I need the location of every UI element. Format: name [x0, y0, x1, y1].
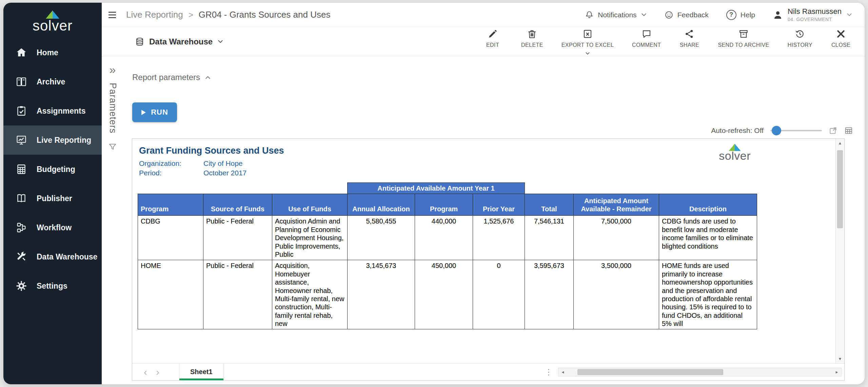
popout-icon[interactable] — [829, 126, 837, 135]
history-icon — [795, 28, 805, 39]
live-reporting-icon — [15, 134, 28, 147]
app-window: solver Home Archive — [3, 3, 865, 384]
comment-button[interactable]: COMMENT — [632, 28, 661, 48]
share-icon — [684, 28, 694, 39]
period-label: Period: — [139, 169, 203, 177]
help-button[interactable]: ? Help — [726, 10, 755, 20]
expand-panel-icon[interactable]: » — [110, 64, 116, 75]
scroll-down-icon[interactable]: ▼ — [836, 354, 844, 363]
report-canvas: Grant Funding Sources and Uses Organizat… — [132, 139, 835, 363]
cell-use-of-funds: Acquisition, Homebuyer assistance, Homeo… — [272, 260, 348, 329]
archive-icon — [15, 75, 28, 88]
cell-source-of-funds: Public - Federal — [203, 216, 272, 260]
feedback-button[interactable]: Feedback — [665, 11, 709, 19]
hamburger-menu-icon[interactable] — [108, 11, 117, 19]
column-header: Source of Funds — [203, 194, 272, 216]
auto-refresh-control: Auto-refresh: Off — [711, 125, 853, 136]
toolbar-actions: EDIT DELETE — [482, 28, 851, 55]
sidebar-item-budgeting[interactable]: Budgeting — [3, 155, 102, 184]
settings-icon — [15, 279, 28, 292]
cell-program-amount: 440,000 — [415, 216, 473, 260]
chevron-down-icon — [641, 13, 647, 17]
cell-total: 7,546,131 — [525, 216, 574, 260]
solver-report-logo: solver — [719, 143, 751, 162]
cell-program: CDBG — [138, 216, 203, 260]
cell-program: HOME — [138, 260, 203, 329]
database-icon — [135, 37, 144, 46]
edit-button[interactable]: EDIT — [482, 28, 503, 48]
delete-button[interactable]: DELETE — [521, 28, 543, 48]
cell-description: CDBG funds are used to benefit low and m… — [659, 216, 757, 260]
tab-sheet1[interactable]: Sheet1 — [179, 364, 224, 380]
slider-knob[interactable] — [772, 126, 781, 135]
column-header: Program — [415, 194, 473, 216]
scroll-up-icon[interactable]: ▲ — [836, 139, 844, 148]
sidebar-nav: Home Archive — [3, 38, 102, 301]
scroll-left-icon[interactable]: ◄ — [558, 368, 567, 376]
auto-refresh-toggle[interactable] — [770, 125, 822, 136]
user-menu[interactable]: Nils Rasmussen 04. Government — [773, 7, 852, 22]
breadcrumb: Live Reporting > GR04 - Grants Sources a… — [126, 9, 330, 20]
splitter-grip-icon[interactable]: ⋮ — [545, 367, 553, 377]
vertical-scroll-track[interactable] — [836, 148, 844, 354]
sidebar-item-publisher[interactable]: Publisher — [3, 184, 102, 213]
cell-description: HOME funds are used primarily to increas… — [659, 260, 757, 329]
sidebar-item-data-warehouse[interactable]: Data Warehouse — [3, 242, 102, 271]
vertical-scroll-thumb[interactable] — [837, 150, 843, 228]
report-table: Anticipated Available Amount Year 1 Prog… — [138, 182, 757, 329]
share-button[interactable]: SHARE — [679, 28, 699, 48]
horizontal-scroll-track[interactable] — [567, 368, 832, 376]
chevron-down-icon — [217, 40, 223, 43]
organization-label: Organization: — [139, 159, 203, 168]
scroll-right-icon[interactable]: ► — [832, 368, 841, 376]
close-button[interactable]: CLOSE — [831, 28, 851, 48]
breadcrumb-parent[interactable]: Live Reporting — [126, 9, 183, 20]
cell-program-amount: 450,000 — [415, 260, 473, 329]
report-parameters-toggle[interactable]: Report parameters — [132, 73, 211, 82]
data-warehouse-icon — [15, 250, 28, 263]
column-header: Anticipated Amount Available - Remainder — [574, 194, 659, 216]
column-header: Annual Allocation — [348, 194, 415, 216]
publisher-icon — [15, 192, 28, 205]
sidebar-item-home[interactable]: Home — [3, 38, 102, 67]
horizontal-scrollbar[interactable]: ◄ ► — [558, 368, 842, 376]
grid-view-icon[interactable] — [844, 126, 853, 135]
auto-refresh-label: Auto-refresh: Off — [711, 127, 764, 135]
column-header: Total — [525, 194, 574, 216]
run-button[interactable]: RUN — [132, 102, 177, 122]
sidebar-item-workflow[interactable]: Workflow — [3, 213, 102, 242]
sidebar-item-archive[interactable]: Archive — [3, 67, 102, 96]
chevron-down-icon — [585, 52, 590, 55]
solver-logo-text: solver — [719, 149, 751, 162]
next-sheet-button[interactable]: › — [156, 367, 159, 377]
sidebar-item-settings[interactable]: Settings — [3, 271, 102, 301]
vertical-scrollbar[interactable]: ▲ ▼ — [835, 139, 844, 363]
user-org: 04. Government — [788, 17, 842, 22]
sidebar-item-live-reporting[interactable]: Live Reporting — [3, 125, 102, 155]
report-toolbar: Data Warehouse EDIT DELETE — [102, 27, 865, 56]
cell-total: 3,595,673 — [525, 260, 574, 329]
horizontal-scroll-thumb[interactable] — [577, 369, 723, 375]
close-icon — [836, 28, 846, 39]
export-to-excel-button[interactable]: EXPORT TO EXCEL — [561, 28, 614, 55]
home-icon — [15, 46, 28, 59]
user-name: Nils Rasmussen — [788, 7, 842, 16]
archive-box-icon — [738, 28, 749, 39]
group-header-row: Anticipated Available Amount Year 1 — [138, 183, 757, 194]
prev-sheet-button[interactable]: ‹ — [144, 367, 147, 377]
notifications-button[interactable]: Notifications — [585, 11, 647, 19]
history-button[interactable]: HISTORY — [788, 28, 812, 48]
user-info: Nils Rasmussen 04. Government — [788, 7, 842, 22]
assignments-icon — [15, 104, 28, 117]
parameters-panel-title[interactable]: Parameters — [107, 83, 118, 134]
sidebar-item-assignments[interactable]: Assignments — [3, 96, 102, 125]
send-to-archive-button[interactable]: SEND TO ARCHIVE — [718, 28, 769, 48]
parameters-panel-collapsed: » Parameters — [104, 64, 121, 151]
sidebar: solver Home Archive — [3, 3, 102, 384]
solver-logo-text: solver — [33, 18, 73, 34]
filter-icon[interactable] — [108, 142, 117, 151]
report-parameters-label: Report parameters — [132, 73, 200, 82]
data-source-selector[interactable]: Data Warehouse — [135, 37, 223, 46]
report-viewer: Grant Funding Sources and Uses Organizat… — [132, 138, 845, 381]
cell-source-of-funds: Public - Federal — [203, 260, 272, 329]
